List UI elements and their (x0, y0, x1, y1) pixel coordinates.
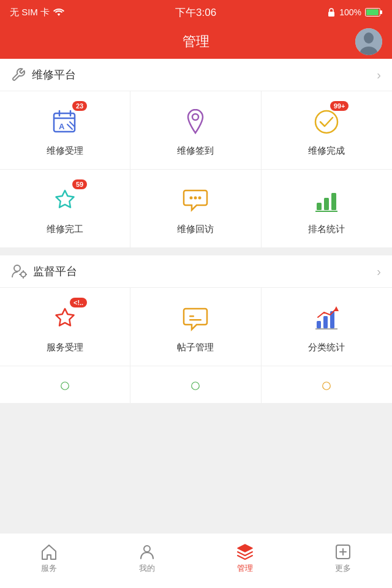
post-manage-icon-wrap (179, 303, 211, 334)
svg-point-15 (315, 111, 337, 133)
supervision-platform-label: 监督平台 (33, 264, 77, 279)
svg-rect-21 (331, 193, 336, 210)
svg-marker-34 (334, 306, 339, 311)
wifi-icon (53, 8, 64, 17)
svg-rect-2 (366, 9, 379, 15)
svg-line-12 (67, 124, 72, 129)
svg-text:A: A (59, 122, 65, 131)
repair-done-label: 维修完工 (47, 224, 83, 235)
svg-rect-19 (317, 203, 322, 210)
repair-complete-icon-wrap: 99+ (311, 106, 342, 138)
post-manage-label: 帖子管理 (177, 342, 214, 353)
repair-platform-chevron: › (377, 68, 381, 82)
repair-platform-label: 维修平台 (32, 67, 76, 82)
repair-signin-label: 维修签到 (177, 145, 214, 157)
svg-point-36 (61, 382, 69, 390)
nav-manage-label: 管理 (237, 563, 253, 574)
service-accept-icon-wrap: <!.. (49, 303, 81, 334)
svg-point-16 (190, 197, 193, 200)
calendar-edit-icon: A (51, 108, 78, 135)
partial-item-3[interactable] (262, 366, 392, 403)
rank-stats-icon-wrap (311, 184, 342, 216)
no-sim-text: 无 SIM 卡 (10, 7, 50, 18)
battery-text: 100% (339, 7, 361, 17)
bar-chart-up-icon (313, 305, 340, 332)
status-bar: 无 SIM 卡 下午3:06 100% (0, 0, 392, 24)
partial-icon-2 (187, 381, 204, 391)
star-icon (51, 187, 78, 214)
svg-point-18 (198, 197, 202, 200)
category-stats-icon-wrap (311, 303, 342, 334)
nav-manage[interactable]: 管理 (196, 543, 294, 579)
supervision-platform-section: 监督平台 › <!.. 服务受理 帖子管理 (0, 255, 392, 403)
repair-complete-label: 维修完成 (308, 145, 345, 157)
nav-mine-label: 我的 (139, 563, 155, 574)
svg-rect-20 (324, 198, 329, 210)
svg-rect-32 (323, 316, 328, 328)
category-stats-item[interactable]: 分类统计 (262, 288, 392, 366)
battery-icon (365, 8, 382, 17)
repair-revisit-label: 维修回访 (177, 224, 214, 235)
user-avatar[interactable] (355, 28, 382, 55)
repair-accept-badge: 23 (72, 101, 87, 111)
svg-rect-29 (189, 315, 194, 317)
repair-done-badge: 59 (72, 179, 87, 189)
svg-point-17 (194, 197, 197, 200)
repair-platform-grid: A 23 维修受理 维修签到 (0, 91, 392, 248)
star-outline-icon (51, 305, 78, 332)
svg-point-39 (144, 546, 150, 552)
status-right: 100% (327, 7, 382, 17)
partial-item-2[interactable] (130, 366, 261, 403)
repair-platform-title-wrap: 维修平台 (11, 67, 76, 82)
repair-done-item[interactable]: 59 维修完工 (0, 170, 130, 248)
repair-signin-item[interactable]: 维修签到 (130, 91, 261, 170)
repair-complete-badge: 99+ (330, 101, 349, 111)
partial-icon-3 (318, 381, 335, 391)
service-accept-badge: <!.. (70, 298, 87, 307)
bottom-nav: 服务 我的 管理 更多 (0, 533, 392, 588)
partial-icon-1 (56, 381, 74, 391)
bar-chart-icon (313, 188, 340, 213)
person-icon (138, 543, 156, 560)
repair-revisit-icon-wrap (179, 184, 211, 216)
repair-accept-item[interactable]: A 23 维修受理 (0, 91, 130, 170)
location-icon (183, 108, 208, 135)
layers-icon (236, 543, 254, 560)
rank-stats-item[interactable]: 排名统计 (262, 170, 392, 248)
service-accept-item[interactable]: <!.. 服务受理 (0, 288, 130, 366)
repair-accept-icon-wrap: A 23 (49, 106, 81, 138)
supervision-platform-header[interactable]: 监督平台 › (0, 255, 392, 287)
post-manage-item[interactable]: 帖子管理 (130, 288, 261, 366)
svg-rect-0 (328, 12, 334, 17)
category-stats-label: 分类统计 (308, 342, 345, 353)
person-settings-icon (11, 263, 27, 279)
nav-mine[interactable]: 我的 (98, 543, 196, 579)
repair-platform-header[interactable]: 维修平台 › (0, 59, 392, 91)
repair-revisit-item[interactable]: 维修回访 (130, 170, 261, 248)
nav-more[interactable]: 更多 (294, 543, 392, 579)
svg-point-24 (21, 272, 26, 277)
service-accept-label: 服务受理 (47, 342, 83, 353)
svg-point-37 (192, 382, 200, 390)
home-icon (40, 543, 58, 560)
nav-more-label: 更多 (335, 563, 351, 574)
partial-item-1[interactable] (0, 366, 130, 403)
svg-point-5 (364, 32, 374, 43)
repair-accept-label: 维修受理 (47, 145, 83, 157)
status-time: 下午3:06 (175, 6, 216, 20)
supervision-platform-title-wrap: 监督平台 (11, 263, 77, 279)
page-title: 管理 (183, 32, 209, 51)
svg-point-38 (323, 382, 331, 390)
supervision-platform-chevron: › (377, 265, 381, 279)
svg-rect-3 (380, 10, 382, 14)
repair-done-icon-wrap: 59 (49, 184, 81, 216)
nav-service[interactable]: 服务 (0, 543, 98, 579)
repair-signin-icon-wrap (179, 106, 211, 138)
lock-icon (327, 7, 336, 17)
repair-platform-section: 维修平台 › A 23 维修受理 (0, 59, 392, 248)
page-header: 管理 (0, 24, 392, 59)
svg-rect-31 (317, 321, 321, 328)
repair-complete-item[interactable]: 99+ 维修完成 (262, 91, 392, 170)
chat-bubble-icon (182, 305, 209, 332)
svg-point-14 (192, 114, 198, 120)
